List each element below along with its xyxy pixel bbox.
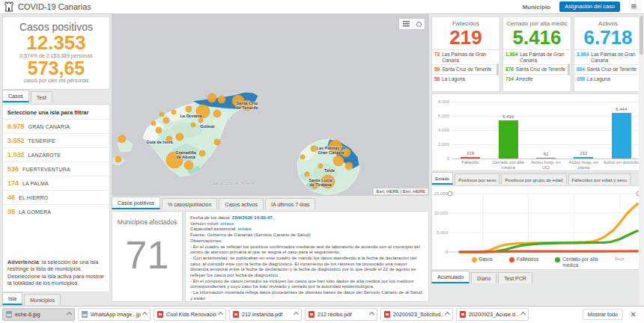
stat-card-cerrado-por-alta-m-dic: Cerrado por alta médic5.4161.864Las Palm… (502, 16, 571, 92)
stat-row-arrecife[interactable]: 734Arrecife (503, 74, 571, 84)
case-bubble[interactable] (198, 118, 203, 123)
island-row-el-hierro[interactable]: 46EL HIERRO (3, 190, 109, 204)
map-tab-casos-poblaci-n[interactable]: % casos/población (162, 198, 217, 209)
case-bubble[interactable] (156, 127, 162, 133)
case-bubble[interactable] (118, 135, 126, 143)
island-row-la-gomera[interactable]: 35LA GOMERA (3, 204, 109, 218)
capacidad-link[interactable]: enlace. (238, 226, 253, 231)
island-name: LA GOMERA (19, 209, 51, 215)
stat-row-santa-cruz-de-tenerife[interactable]: 59Santa Cruz de Tenerife (432, 64, 499, 74)
stat-row-las-palmas-de-gran-canaria[interactable]: 73Las Palmas de Gran Canaria (432, 49, 499, 64)
island-row-fuerteventura[interactable]: 536FUERTEVENTURA (3, 162, 109, 176)
observaciones-bullets: - En el cuadro se reflejan los positivos… (190, 244, 424, 301)
case-bubble[interactable] (176, 133, 183, 141)
map[interactable]: Santa Cruz de TenerifeLa OrotavaGüímarGu… (112, 14, 429, 196)
stat-row-la-laguna[interactable]: 358La Laguna (574, 74, 642, 84)
bar-activo-hosp-en-uci[interactable] (536, 158, 556, 159)
download-item-20200923-solicitud-pdf[interactable]: 20200923_Solicitud...pdf (380, 308, 453, 321)
chevron-up-icon[interactable] (67, 312, 72, 317)
x-tick-label: Jul. (571, 256, 577, 261)
chevron-up-icon[interactable] (218, 312, 223, 317)
chevron-up-icon[interactable] (294, 312, 299, 317)
tab-test[interactable]: Test (31, 91, 52, 102)
download-item-212-instancia-pdf[interactable]: 212 instancia.pdf (229, 308, 302, 321)
case-bubble[interactable] (171, 110, 176, 114)
download-filename: 212 recibo.pdf (318, 311, 368, 318)
case-bubble[interactable] (186, 106, 192, 112)
trend-tab-test-pcr[interactable]: Test PCR (498, 272, 532, 283)
case-bubble[interactable] (199, 150, 205, 156)
fecha-label: Fecha de los datos: (190, 215, 232, 220)
range-slider-left-handle[interactable] (448, 191, 452, 196)
map-tab-casos-activos[interactable]: Casos activos (219, 198, 264, 209)
card-scrollbar[interactable] (496, 64, 499, 76)
bar-fallecido[interactable] (461, 157, 480, 159)
case-bubble[interactable] (300, 155, 305, 159)
browser-scrollbar[interactable] (639, 14, 644, 305)
case-bubble[interactable] (213, 110, 221, 117)
download-item-20200923-acuse-d-pdf[interactable]: 20200923_Acuse d...pdf (456, 308, 529, 321)
island-value: 1.032 (7, 151, 25, 159)
stat-row-name: Santa Cruz de Tenerife (587, 67, 637, 73)
stat-row-santa-cruz-de-tenerife[interactable]: 876Santa Cruz de Tenerife (503, 64, 571, 74)
case-bubble[interactable] (184, 161, 193, 170)
version-link[interactable]: enlace. (220, 221, 235, 226)
chevron-up-icon[interactable] (520, 312, 526, 317)
chart-tab-estado[interactable]: Estado (431, 172, 453, 185)
chart-tab-positivos-por-sexo[interactable]: Positivos por sexo (455, 173, 499, 185)
chevron-up-icon[interactable] (445, 312, 450, 317)
asignacion-del-caso-button[interactable]: Asignación del caso (559, 1, 620, 12)
chart-tab-fallecidos-por-edad-y-sexo[interactable]: Fallecidos por edad y sexo (568, 173, 631, 185)
legend-icon[interactable] (403, 21, 410, 27)
case-bubble[interactable] (218, 96, 225, 103)
close-downloads-icon[interactable]: ✕ (631, 310, 637, 320)
scrollbar-thumb[interactable] (640, 16, 643, 55)
download-filename: WhatsApp Image...jpeg (91, 311, 141, 318)
card-scrollbar[interactable] (568, 64, 570, 76)
bar-activo-en-domicilio[interactable] (612, 113, 631, 159)
chevron-up-icon[interactable] (369, 312, 374, 317)
island-row-lanzarote[interactable]: 1.032LANZAROTE (3, 147, 109, 162)
chart-tab-positivos-por-grupo-de-edad[interactable]: Positivos por grupo de edad (501, 173, 566, 185)
download-item-cool-kids-renovaci-pdf[interactable]: Cool Kids Renovació...pdf (154, 308, 226, 321)
case-bubble[interactable] (214, 139, 220, 145)
hamburger-menu-icon[interactable]: ≡ (631, 1, 637, 12)
island-row-la-palma[interactable]: 174LA PALMA (3, 176, 109, 190)
line-chart-svg (432, 188, 643, 256)
chevron-up-icon[interactable] (142, 312, 148, 317)
case-bubble[interactable] (318, 164, 323, 168)
stat-row-las-palmas-de-gran-canaria[interactable]: 3.964Las Palmas de Gran Canaria (574, 49, 642, 64)
case-bubble[interactable] (345, 162, 353, 170)
legend-dot (509, 257, 514, 262)
case-bubble[interactable] (151, 121, 156, 126)
case-bubble[interactable] (115, 156, 121, 162)
case-bubble[interactable] (305, 172, 309, 176)
stat-row-santa-cruz-de-tenerife[interactable]: 894Santa Cruz de Tenerife (574, 64, 642, 74)
bar-cerrado-por-alta-m-dica[interactable] (499, 120, 518, 159)
trend-tab-diario[interactable]: Diario (471, 272, 496, 283)
legend-item-cerrado-por-alta-m-dica[interactable]: Cerrado por alta médica (555, 256, 601, 268)
show-all-downloads-button[interactable]: Mostrar todo (583, 309, 623, 320)
download-item-212-recibo-pdf[interactable]: 212 recibo.pdf (305, 308, 377, 321)
stat-row-la-laguna[interactable]: 58La Laguna (432, 74, 499, 84)
case-bubble[interactable] (191, 123, 195, 127)
bar-activo-hosp-en-planta[interactable] (574, 157, 593, 159)
basemap-icon[interactable] (416, 22, 422, 27)
download-item-eche-6-jpg[interactable]: eche-6.jpg (2, 308, 75, 321)
tab-isla[interactable]: Isla (2, 292, 22, 305)
trend-tab-acumulado[interactable]: Acumulado (431, 271, 470, 283)
case-bubble[interactable] (163, 117, 169, 123)
download-item-whatsapp-image-jpeg[interactable]: WhatsApp Image...jpeg (78, 308, 151, 321)
map-tab-casos-positivos[interactable]: Casos positivos (112, 197, 160, 209)
map-tab-ia-ltimos-7-d-as[interactable]: IA últimos 7 días (265, 198, 315, 209)
stat-row-las-palmas-de-gran-canaria[interactable]: 1.864Las Palmas de Gran Canaria (503, 49, 571, 64)
series-fallecidos (460, 251, 637, 252)
island-row-gran-canaria[interactable]: 6.978GRAN CANARIA (3, 119, 109, 133)
case-bubble[interactable] (160, 112, 164, 117)
case-bubble[interactable] (333, 156, 344, 166)
island-row-tenerife[interactable]: 3.552TENERIFE (3, 133, 109, 147)
tab-casos[interactable]: Casos (2, 90, 29, 102)
case-bubble[interactable] (207, 93, 216, 102)
tab-municipios[interactable]: Municipios (24, 294, 61, 305)
warning-text: Advertencia: la selección de una isla re… (7, 259, 106, 287)
